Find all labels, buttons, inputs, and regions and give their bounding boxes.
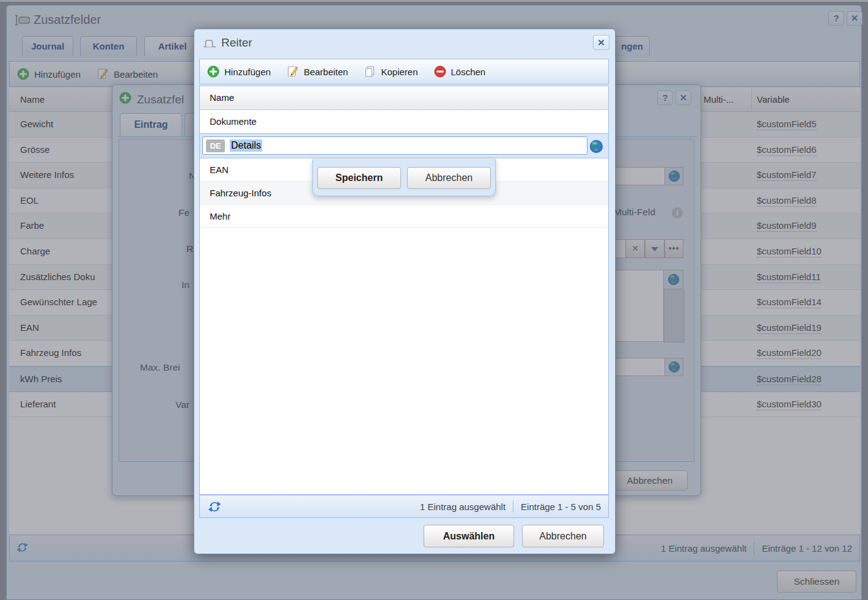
status-separator (513, 500, 513, 513)
cancel-button[interactable]: Abbrechen (522, 525, 604, 547)
status-selected-count: 1 Eintrag ausgewählt (420, 502, 506, 512)
list-item[interactable]: Dokumente (200, 110, 608, 133)
tab-widget-icon (203, 38, 216, 48)
cancel-edit-button[interactable]: Abbrechen (407, 167, 491, 189)
reiter-statusbar: 1 Eintrag ausgewählt Einträge 1 - 5 von … (199, 495, 609, 518)
row-editor: DE Details (200, 133, 608, 158)
tab-name-value-selected: Details (230, 139, 262, 152)
refresh-icon[interactable] (207, 500, 221, 514)
language-badge: DE (206, 139, 225, 152)
close-dialog-button[interactable]: ✕ (593, 35, 609, 50)
reiter-table: Name Dokumente DE Details EAN Fahrzeug-I… (199, 86, 609, 495)
delete-label: Löschen (451, 67, 486, 77)
copy-icon (364, 65, 376, 78)
delete-icon (434, 65, 446, 78)
add-icon (207, 65, 219, 78)
delete-button[interactable]: Löschen (434, 65, 486, 78)
edit-label: Bearbeiten (304, 67, 348, 77)
reiter-toolbar: Hinzufügen Bearbeiten Kopieren Löschen (199, 59, 609, 84)
copy-button[interactable]: Kopieren (364, 65, 417, 78)
select-button[interactable]: Auswählen (424, 525, 514, 547)
edit-icon (287, 65, 299, 78)
add-label: Hinzufügen (224, 67, 271, 77)
reiter-dialog: Reiter ✕ Hinzufügen Bearbeiten Kopieren … (194, 29, 616, 554)
list-item[interactable]: Mehr (200, 205, 608, 228)
edit-button[interactable]: Bearbeiten (287, 65, 348, 78)
column-header-name[interactable]: Name (200, 86, 608, 110)
tab-name-input[interactable]: DE Details (202, 136, 587, 155)
add-button[interactable]: Hinzufügen (207, 65, 271, 78)
copy-label: Kopieren (381, 67, 417, 77)
status-range: Einträge 1 - 5 von 5 (521, 502, 601, 512)
globe-icon[interactable] (589, 139, 603, 154)
save-button[interactable]: Speichern (317, 167, 401, 189)
editor-button-popup: Speichern Abbrechen (312, 159, 496, 196)
dialog-title: Reiter (221, 36, 252, 50)
